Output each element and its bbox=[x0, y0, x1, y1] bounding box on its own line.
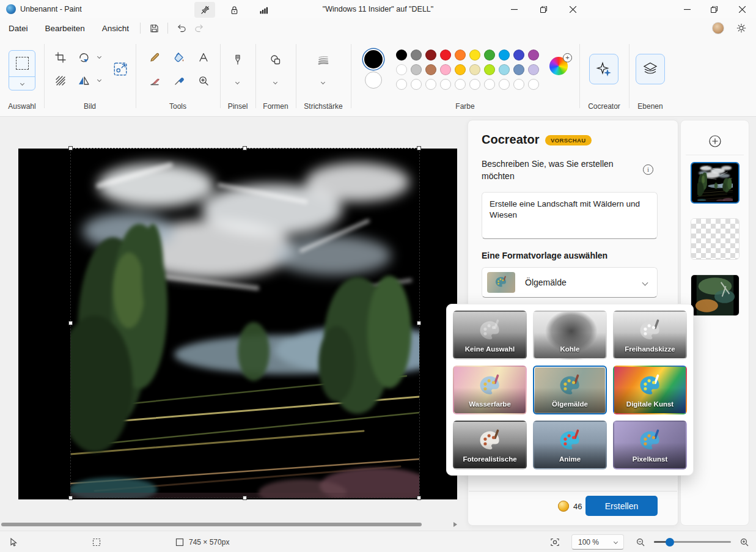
selection-handle[interactable] bbox=[417, 146, 421, 150]
info-icon[interactable]: i bbox=[643, 164, 653, 175]
shapes-button[interactable] bbox=[265, 50, 286, 70]
fill-tool[interactable] bbox=[169, 48, 189, 67]
lock-icon[interactable] bbox=[224, 2, 244, 18]
menu-ansicht[interactable]: Ansicht bbox=[96, 21, 135, 35]
redo-button[interactable] bbox=[190, 20, 207, 36]
fit-to-screen-button[interactable] bbox=[550, 531, 560, 552]
stroke-width-button[interactable] bbox=[313, 50, 334, 70]
layer-thumbnail-transparent[interactable] bbox=[691, 218, 739, 260]
shapes-dropdown-chevron[interactable] bbox=[273, 80, 277, 84]
host-close-button[interactable] bbox=[728, 0, 755, 18]
selection-handle[interactable] bbox=[243, 496, 247, 500]
palette-empty-swatch[interactable] bbox=[455, 79, 466, 90]
layer-thumbnail-active[interactable] bbox=[691, 162, 739, 204]
palette-color-swatch[interactable] bbox=[528, 50, 539, 61]
brush-dropdown-chevron[interactable] bbox=[235, 80, 240, 84]
account-avatar[interactable] bbox=[712, 22, 724, 34]
background-color-swatch[interactable] bbox=[365, 72, 382, 89]
undo-button[interactable] bbox=[173, 20, 190, 36]
cocreator-button[interactable] bbox=[589, 54, 618, 84]
create-button[interactable]: Erstellen bbox=[585, 496, 658, 516]
canvas[interactable] bbox=[18, 149, 457, 499]
magnifier-tool[interactable] bbox=[193, 71, 214, 90]
save-button[interactable] bbox=[145, 20, 163, 36]
eyedropper-tool[interactable] bbox=[169, 71, 189, 90]
settings-gear-icon[interactable] bbox=[733, 20, 750, 36]
palette-empty-swatch[interactable] bbox=[440, 79, 451, 90]
style-option-digitale-kunst[interactable]: Digitale Kunst bbox=[613, 366, 687, 414]
selection-handle[interactable] bbox=[68, 496, 73, 500]
zoom-slider-knob[interactable] bbox=[666, 538, 674, 546]
palette-empty-swatch[interactable] bbox=[396, 79, 407, 90]
flip-dropdown-chevron[interactable] bbox=[97, 78, 101, 82]
palette-color-swatch[interactable] bbox=[499, 50, 510, 61]
palette-color-swatch[interactable] bbox=[440, 64, 451, 75]
zoom-slider[interactable] bbox=[654, 541, 731, 543]
style-option-kohle[interactable]: Kohle bbox=[533, 311, 607, 359]
vm-close-button[interactable] bbox=[559, 0, 586, 18]
palette-empty-swatch[interactable] bbox=[513, 79, 524, 90]
style-option-oelgemaelde[interactable]: Ölgemälde bbox=[533, 366, 607, 414]
stroke-width-dropdown-chevron[interactable] bbox=[321, 80, 325, 84]
host-minimize-button[interactable] bbox=[673, 0, 700, 18]
style-option-pixelkunst[interactable]: Pixelkunst bbox=[613, 421, 687, 469]
selection-handle[interactable] bbox=[243, 146, 247, 150]
palette-empty-swatch[interactable] bbox=[425, 79, 436, 90]
palette-empty-swatch[interactable] bbox=[528, 79, 539, 90]
selection-handle[interactable] bbox=[417, 496, 421, 500]
selection-tool-button[interactable] bbox=[9, 50, 35, 90]
zoom-level-select[interactable]: 100 % bbox=[571, 534, 624, 550]
palette-empty-swatch[interactable] bbox=[499, 79, 510, 90]
style-select[interactable]: Ölgemälde bbox=[482, 267, 658, 298]
menu-bearbeiten[interactable]: Bearbeiten bbox=[39, 21, 91, 35]
palette-color-swatch[interactable] bbox=[499, 64, 510, 75]
scrollbar-thumb[interactable] bbox=[1, 523, 422, 526]
style-option-freihandskizze[interactable]: Freihandskizze bbox=[613, 311, 687, 359]
palette-color-swatch[interactable] bbox=[425, 64, 436, 75]
crop-button[interactable] bbox=[50, 48, 71, 67]
horizontal-scrollbar[interactable] bbox=[0, 521, 460, 528]
palette-color-swatch[interactable] bbox=[411, 50, 422, 61]
palette-color-swatch[interactable] bbox=[455, 50, 466, 61]
pencil-tool[interactable] bbox=[144, 48, 165, 67]
style-option-fotorealistische[interactable]: Fotorealistische bbox=[453, 421, 527, 469]
palette-color-swatch[interactable] bbox=[440, 50, 451, 61]
palette-color-swatch[interactable] bbox=[513, 64, 524, 75]
pin-off-icon[interactable] bbox=[194, 2, 215, 18]
style-option-keine-auswahl[interactable]: Keine Auswahl bbox=[453, 311, 527, 359]
palette-empty-swatch[interactable] bbox=[411, 79, 422, 90]
rotate-button[interactable] bbox=[73, 48, 94, 67]
prompt-input[interactable]: Erstelle eine Landschaft mit Wäldern und… bbox=[482, 192, 658, 239]
signal-bars-icon[interactable] bbox=[253, 2, 274, 18]
palette-color-swatch[interactable] bbox=[425, 50, 436, 61]
foreground-color-swatch[interactable] bbox=[364, 50, 383, 68]
vm-restore-button[interactable] bbox=[530, 0, 557, 18]
texture-select-button[interactable] bbox=[50, 71, 71, 90]
text-tool[interactable] bbox=[193, 48, 214, 67]
selection-dropdown[interactable] bbox=[9, 76, 35, 90]
palette-color-swatch[interactable] bbox=[469, 64, 480, 75]
palette-color-swatch[interactable] bbox=[484, 64, 495, 75]
palette-color-swatch[interactable] bbox=[513, 50, 524, 61]
vm-minimize-button[interactable] bbox=[501, 0, 527, 18]
rotate-dropdown-chevron[interactable] bbox=[97, 54, 101, 59]
menu-datei[interactable]: Datei bbox=[2, 21, 34, 35]
host-restore-button[interactable] bbox=[700, 0, 727, 18]
palette-color-swatch[interactable] bbox=[455, 64, 466, 75]
style-option-anime[interactable]: Anime bbox=[533, 421, 607, 469]
selection-handle[interactable] bbox=[68, 146, 73, 150]
layer-thumbnail-dark[interactable] bbox=[691, 274, 739, 316]
eraser-tool[interactable] bbox=[144, 71, 165, 90]
layers-button[interactable] bbox=[636, 54, 665, 84]
palette-color-swatch[interactable] bbox=[469, 50, 480, 61]
palette-empty-swatch[interactable] bbox=[484, 79, 495, 90]
selection-handle[interactable] bbox=[417, 321, 421, 325]
palette-color-swatch[interactable] bbox=[396, 50, 407, 61]
resize-image-button[interactable] bbox=[108, 56, 133, 82]
scrollbar-right-arrow[interactable] bbox=[453, 522, 457, 527]
brush-tool[interactable] bbox=[227, 50, 248, 70]
palette-color-swatch[interactable] bbox=[528, 64, 539, 75]
add-color-icon[interactable]: + bbox=[563, 53, 572, 62]
selection-handle[interactable] bbox=[68, 321, 73, 325]
palette-color-swatch[interactable] bbox=[411, 64, 422, 75]
